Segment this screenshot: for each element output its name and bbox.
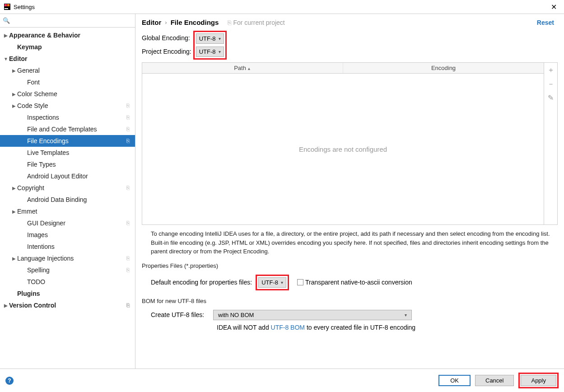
tree-item-label: TODO — [27, 278, 45, 285]
chevron-down-icon: ▾ — [281, 280, 283, 285]
reset-link[interactable]: Reset — [537, 19, 554, 26]
tree-item-label: File and Code Templates — [27, 126, 97, 133]
tree-item-label: File Types — [27, 161, 56, 168]
col-encoding[interactable]: Encoding — [343, 63, 544, 73]
tree-item-version-control[interactable]: ▶Version Control⎘ — [0, 299, 135, 311]
ok-button[interactable]: OK — [438, 375, 471, 386]
tree-item-label: Appearance & Behavior — [9, 32, 80, 39]
apply-button[interactable]: Apply — [521, 375, 556, 386]
tree-item-file-encodings[interactable]: File Encodings⎘ — [0, 135, 135, 147]
help-text: To change encoding IntelliJ IDEA uses fo… — [135, 225, 564, 261]
search-input[interactable] — [12, 16, 132, 25]
project-badge-icon: ⎘ — [126, 126, 130, 132]
chevron-down-icon: ▼ — [3, 56, 9, 61]
project-badge-icon: ⎘ — [126, 103, 130, 109]
svg-rect-3 — [5, 8, 8, 9]
help-icon[interactable]: ? — [5, 377, 14, 385]
properties-section-label: Properties Files (*.properties) — [135, 261, 564, 270]
project-encoding-select[interactable]: UTF-8▾ — [196, 47, 224, 57]
cancel-button[interactable]: Cancel — [475, 375, 514, 386]
global-encoding-select[interactable]: UTF-8▾ — [196, 33, 224, 44]
tree-item-live-templates[interactable]: Live Templates — [0, 147, 135, 159]
tree-item-label: Editor — [9, 55, 27, 62]
tree-item-emmet[interactable]: ▶Emmet — [0, 205, 135, 217]
chevron-right-icon: › — [165, 19, 167, 26]
tree-item-file-types[interactable]: File Types — [0, 159, 135, 170]
tree-item-code-style[interactable]: ▶Code Style⎘ — [0, 100, 135, 112]
utf8-bom-link[interactable]: UTF-8 BOM — [271, 324, 305, 331]
settings-tree: ▶Appearance & BehaviorKeymap▼Editor▶Gene… — [0, 28, 135, 369]
project-badge-icon: ⎘ — [126, 220, 130, 226]
transparent-ascii-checkbox[interactable] — [297, 279, 303, 285]
tree-item-copyright[interactable]: ▶Copyright⎘ — [0, 182, 135, 194]
title-bar: Settings ✕ — [0, 0, 564, 14]
bom-note: IDEA will NOT add UTF-8 BOM to every cre… — [217, 324, 415, 331]
svg-rect-2 — [7, 4, 9, 6]
global-encoding-label: Global Encoding: — [142, 34, 191, 42]
tree-item-spelling[interactable]: Spelling⎘ — [0, 264, 135, 276]
tree-item-android-data-binding[interactable]: Android Data Binding — [0, 194, 135, 205]
tree-item-images[interactable]: Images — [0, 229, 135, 241]
chevron-right-icon: ▶ — [3, 303, 9, 308]
default-props-encoding-label: Default encoding for properties files: — [151, 279, 252, 286]
col-path[interactable]: Path▲ — [142, 63, 343, 73]
tree-item-label: Android Data Binding — [27, 196, 87, 203]
sort-asc-icon: ▲ — [247, 66, 251, 71]
encoding-table: Path▲ Encoding Encodings are not configu… — [142, 62, 558, 225]
tree-item-general[interactable]: ▶General — [0, 65, 135, 76]
tree-item-android-layout-editor[interactable]: Android Layout Editor — [0, 170, 135, 182]
tree-item-editor[interactable]: ▼Editor — [0, 53, 135, 65]
for-current-project: ⎘For current project — [228, 19, 284, 26]
tree-item-color-scheme[interactable]: ▶Color Scheme — [0, 88, 135, 100]
tree-item-label: Version Control — [9, 302, 56, 309]
chevron-right-icon: ▶ — [11, 209, 17, 214]
add-row-icon[interactable]: ＋ — [547, 65, 555, 75]
transparent-ascii-label: Transparent native-to-ascii conversion — [305, 279, 412, 286]
tree-item-label: Plugins — [17, 290, 40, 297]
tree-item-plugins[interactable]: Plugins — [0, 288, 135, 299]
bottom-bar: ? OK Cancel Apply — [0, 369, 564, 392]
chevron-down-icon: ▾ — [405, 313, 407, 317]
tree-item-label: Images — [27, 231, 48, 238]
project-badge-icon: ⎘ — [126, 138, 130, 144]
project-badge-icon: ⎘ — [126, 302, 130, 308]
sidebar: 🔍 ▶Appearance & BehaviorKeymap▼Editor▶Ge… — [0, 14, 135, 369]
tree-item-label: Emmet — [17, 208, 37, 215]
bom-section-label: BOM for new UTF-8 files — [135, 297, 564, 305]
project-badge-icon: ⎘ — [126, 255, 130, 261]
tree-item-label: Spelling — [27, 266, 50, 274]
chevron-right-icon: ▶ — [11, 186, 17, 191]
breadcrumb-part1: Editor — [142, 19, 161, 26]
chevron-down-icon: ▾ — [219, 36, 221, 41]
chevron-right-icon: ▶ — [11, 103, 17, 108]
tree-item-label: Android Layout Editor — [27, 173, 88, 180]
project-badge-icon: ⎘ — [126, 185, 130, 191]
tree-item-label: Inspections — [27, 114, 59, 121]
tree-item-label: Language Injections — [17, 255, 74, 262]
window-title: Settings — [14, 4, 35, 10]
tree-item-label: Keymap — [17, 43, 42, 51]
search-icon: 🔍 — [3, 17, 10, 24]
app-icon — [4, 3, 11, 10]
breadcrumb-part2: File Encodings — [171, 19, 219, 26]
tree-item-todo[interactable]: TODO — [0, 276, 135, 288]
tree-item-appearance-behavior[interactable]: ▶Appearance & Behavior — [0, 29, 135, 41]
chevron-right-icon: ▶ — [11, 92, 17, 97]
chevron-right-icon: ▶ — [11, 256, 17, 261]
close-icon[interactable]: ✕ — [547, 3, 560, 11]
tree-item-label: General — [17, 67, 40, 74]
tree-item-gui-designer[interactable]: GUI Designer⎘ — [0, 217, 135, 229]
tree-item-file-and-code-templates[interactable]: File and Code Templates⎘ — [0, 123, 135, 135]
remove-row-icon[interactable]: － — [547, 79, 555, 89]
project-encoding-label: Project Encoding: — [142, 48, 191, 55]
edit-row-icon[interactable]: ✎ — [548, 93, 554, 102]
tree-item-intentions[interactable]: Intentions — [0, 241, 135, 252]
chevron-right-icon: ▶ — [3, 33, 9, 38]
tree-item-label: Intentions — [27, 243, 55, 250]
tree-item-language-injections[interactable]: ▶Language Injections⎘ — [0, 252, 135, 264]
tree-item-keymap[interactable]: Keymap — [0, 41, 135, 53]
default-props-encoding-select[interactable]: UTF-8▾ — [258, 277, 286, 288]
tree-item-font[interactable]: Font — [0, 76, 135, 88]
tree-item-inspections[interactable]: Inspections⎘ — [0, 112, 135, 123]
create-utf8-select[interactable]: with NO BOM▾ — [213, 310, 412, 320]
